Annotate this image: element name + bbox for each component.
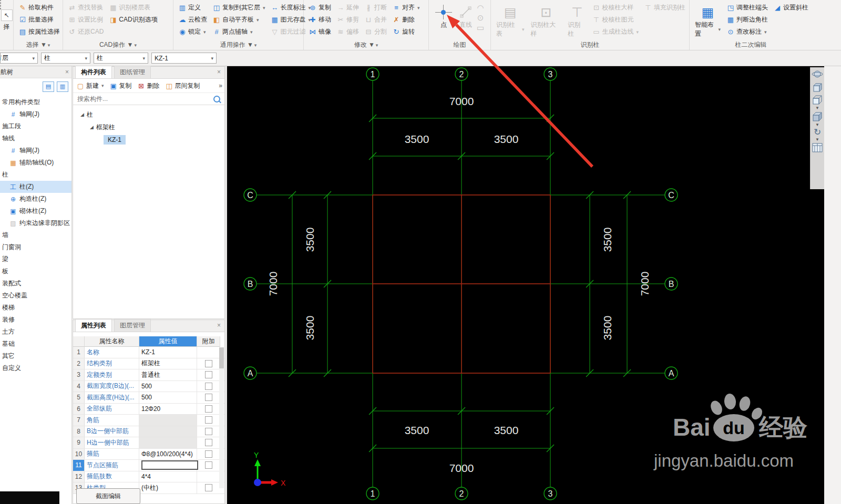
joint-stirrup-input[interactable] xyxy=(141,460,198,470)
section-edit-button[interactable]: 截面编辑 xyxy=(76,488,140,504)
sidebar-header-foundation[interactable]: 基础 xyxy=(0,338,71,350)
judge-edge-corner-column-button[interactable]: ▦判断边角柱 xyxy=(725,14,770,26)
component-type-select[interactable]: 柱▾ xyxy=(94,53,148,64)
recognize-floor-table-button[interactable]: ▦识别楼层表 xyxy=(107,2,159,14)
align-button[interactable]: ≡对齐 xyxy=(391,2,422,14)
new-component-button[interactable]: ▢新建 xyxy=(76,81,104,90)
recognize-column-table-button[interactable]: ▤ 识别柱表 xyxy=(494,2,526,38)
sidebar-header-axis[interactable]: 轴线 xyxy=(0,132,71,145)
sidebar-header-wall[interactable]: 墙 xyxy=(0,229,71,241)
close-icon[interactable]: × xyxy=(214,322,223,329)
drawing-canvas[interactable]: 1 2 3 1 2 3 C B A C B A 7000 3500 3500 3… xyxy=(227,66,824,504)
search-input[interactable] xyxy=(76,95,213,103)
close-icon[interactable]: × xyxy=(214,68,223,76)
sidebar-header-prefab[interactable]: 装配式 xyxy=(0,277,71,290)
pick-component-button[interactable]: ✎拾取构件 xyxy=(17,2,61,14)
floor-select[interactable]: 首层▾ xyxy=(0,53,38,64)
copy-component-button[interactable]: ▣复制 xyxy=(109,81,132,90)
extra-checkbox[interactable] xyxy=(205,371,212,378)
category-select[interactable]: 柱▾ xyxy=(41,53,90,64)
card-view-toggle[interactable]: ▥ xyxy=(57,81,68,92)
auto-align-slab-button[interactable]: ◧自动平齐板 xyxy=(211,14,267,26)
wireframe-cube-icon[interactable] xyxy=(812,94,823,106)
sidebar-item-structural-column[interactable]: ⊕构造柱(Z) xyxy=(0,193,71,205)
sidebar-header-earthwork[interactable]: 土方 xyxy=(0,326,71,338)
extra-checkbox[interactable] xyxy=(205,383,212,390)
offset-button[interactable]: ≋偏移 xyxy=(335,26,361,38)
select-by-attribute-button[interactable]: ▤按属性选择 xyxy=(17,26,61,38)
search-icon[interactable] xyxy=(213,96,220,102)
rotate-button[interactable]: ↻旋转 xyxy=(391,26,422,38)
sidebar-header-beam[interactable]: 梁 xyxy=(0,253,71,265)
tree-node-frame-column[interactable]: ◢框架柱 xyxy=(73,121,224,133)
batch-select-button[interactable]: ☑批量选择 xyxy=(17,14,61,26)
cloud-check-button[interactable]: ☁云检查 xyxy=(177,14,209,26)
orbit-view-icon[interactable] xyxy=(812,69,823,80)
generate-column-edge-button[interactable]: ▭生成柱边线 xyxy=(590,26,640,38)
point-tool-button[interactable]: 点 xyxy=(432,2,455,32)
extra-checkbox[interactable] xyxy=(205,428,212,435)
rotate-view-icon[interactable]: ↻ xyxy=(814,128,821,137)
mirror-button[interactable]: ⋈镜像 xyxy=(307,26,333,38)
sidebar-header-stairs[interactable]: 楼梯 xyxy=(0,302,71,314)
extra-checkbox[interactable] xyxy=(205,484,212,491)
circle-tool-icon[interactable]: ⊙ xyxy=(476,14,485,22)
cad-recognize-options-button[interactable]: ◨CAD识别选项 xyxy=(107,14,159,26)
sidebar-item-axis-grid[interactable]: #轴网(J) xyxy=(0,108,71,120)
sidebar-header-common-types[interactable]: 常用构件类型 xyxy=(0,96,71,108)
select-mode-edge-button[interactable]: ↖ 择 xyxy=(0,0,14,50)
define-button[interactable]: ▥定义 xyxy=(177,2,209,14)
tree-node-kz1[interactable]: KZ-1 xyxy=(73,133,224,146)
group-label-modify[interactable]: 修改 ▼ xyxy=(304,40,428,49)
extra-checkbox[interactable] xyxy=(205,405,212,413)
copy-to-other-floor-button[interactable]: ◫复制到其它层 xyxy=(211,2,267,14)
view-3d-icon[interactable] xyxy=(812,81,823,93)
adjust-column-end-button[interactable]: ◳调整柱端头 xyxy=(725,2,770,14)
merge-button[interactable]: ⊔合并 xyxy=(363,14,388,26)
extra-checkbox[interactable] xyxy=(205,450,212,458)
group-label-cad[interactable]: CAD操作 ▼ xyxy=(63,40,173,49)
component-name-select[interactable]: KZ-1▾ xyxy=(151,53,217,64)
sidebar-header-hollow-floor[interactable]: 空心楼盖 xyxy=(0,290,71,302)
solid-cube-icon[interactable] xyxy=(812,111,823,122)
sidebar-header-column[interactable]: 柱 xyxy=(0,169,71,181)
extra-checkbox[interactable] xyxy=(205,394,212,401)
group-label-select[interactable]: 选择 ▼ xyxy=(14,40,63,49)
sidebar-item-column-selected[interactable]: 工柱(Z) xyxy=(0,181,71,193)
move-button[interactable]: ✚移动 xyxy=(307,14,333,26)
copy-button[interactable]: ⊚复制 xyxy=(307,2,333,14)
chevron-down-icon[interactable]: ▼ xyxy=(815,107,819,110)
group-label-common[interactable]: 通用操作 ▼ xyxy=(173,40,303,49)
set-slant-column-button[interactable]: ◢设置斜柱 xyxy=(772,2,810,14)
trim-button[interactable]: ✂修剪 xyxy=(335,14,361,26)
delete-button[interactable]: ✗删除 xyxy=(391,14,422,26)
expander-icon[interactable]: ◢ xyxy=(90,125,94,130)
two-point-aux-axis-button[interactable]: #两点辅轴 xyxy=(211,26,267,38)
sidebar-item-constrained-edge[interactable]: ▨约束边缘非阴影区 xyxy=(0,217,71,229)
find-replace-button[interactable]: ⇄查找替换 xyxy=(66,2,105,14)
extra-checkbox[interactable] xyxy=(205,439,212,446)
more-tools-icon[interactable]: » xyxy=(219,82,222,89)
recognize-column-detail-button[interactable]: ⊡ 识别柱大样 xyxy=(528,2,563,38)
extra-checkbox[interactable] xyxy=(205,461,212,469)
sidebar-header-slab[interactable]: 板 xyxy=(0,265,71,277)
set-scale-button[interactable]: ⊞设置比例 xyxy=(66,14,105,26)
chevron-down-icon[interactable]: ▼ xyxy=(815,124,819,127)
interfloor-copy-button[interactable]: ◫层间复制 xyxy=(165,81,200,90)
sidebar-header-decoration[interactable]: 装修 xyxy=(0,314,71,326)
list-view-toggle[interactable]: ▤ xyxy=(43,81,54,92)
tab-component-list[interactable]: 构件列表 xyxy=(75,66,112,78)
chevron-down-icon[interactable]: ▼ xyxy=(815,138,819,141)
check-column-detail-button[interactable]: ⊡校核柱大样 xyxy=(590,2,640,14)
tab-layer-management[interactable]: 图层管理 xyxy=(114,319,151,332)
arc-tool-icon[interactable]: ◠ xyxy=(476,4,485,12)
scrollbar[interactable] xyxy=(219,347,224,488)
extend-button[interactable]: →延伸 xyxy=(335,2,361,14)
tree-node-column[interactable]: ◢柱 xyxy=(73,108,224,121)
fill-recognize-column-button[interactable]: ⊤填充识别柱 xyxy=(642,2,687,14)
line-tool-button[interactable]: 直线 xyxy=(457,2,474,32)
sidebar-header-custom[interactable]: 自定义 xyxy=(0,362,71,374)
lock-button[interactable]: ◉锁定 xyxy=(177,26,209,38)
sidebar-header-door-window[interactable]: 门窗洞 xyxy=(0,241,71,253)
sidebar-item-aux-axis[interactable]: ▦辅助轴线(O) xyxy=(0,157,71,169)
